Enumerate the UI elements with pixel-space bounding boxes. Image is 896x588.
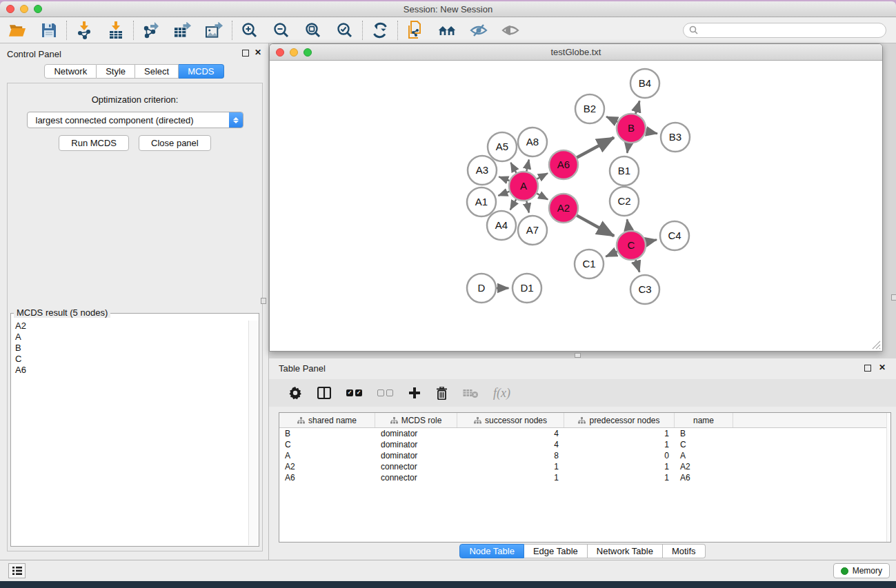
tab-edge-table[interactable]: Edge Table xyxy=(524,544,588,558)
graph-edge-A-A8[interactable] xyxy=(526,159,529,172)
hide-graphics-details-icon[interactable] xyxy=(470,22,488,39)
network-minimize-button[interactable] xyxy=(290,48,298,57)
import-network-from-file-icon[interactable] xyxy=(75,22,93,39)
table-row[interactable]: Bdominator41B xyxy=(279,428,890,439)
search-field[interactable] xyxy=(683,23,886,38)
deselect-all-checks-icon[interactable] xyxy=(377,384,393,402)
result-list-item[interactable]: A xyxy=(12,332,248,343)
cell-mcds-role[interactable]: connector xyxy=(375,473,457,483)
column-header-successor-nodes[interactable]: successor nodes xyxy=(457,413,564,427)
graph-edge-A-A1[interactable] xyxy=(498,191,510,195)
result-list-item[interactable]: A2 xyxy=(12,321,248,332)
column-header-predecessor-nodes[interactable]: predecessor nodes xyxy=(564,413,675,427)
result-list-item[interactable]: B xyxy=(12,343,248,354)
float-table-panel-icon[interactable] xyxy=(864,365,871,372)
close-table-panel-icon[interactable]: ✕ xyxy=(879,363,886,372)
export-network-icon[interactable] xyxy=(142,22,160,39)
close-window-button[interactable] xyxy=(6,5,14,13)
search-input[interactable] xyxy=(701,26,880,35)
network-zoom-button[interactable] xyxy=(303,48,312,57)
open-file-icon[interactable] xyxy=(8,22,26,39)
export-table-icon[interactable] xyxy=(174,22,192,39)
node-table[interactable]: shared nameMCDS rolesuccessor nodesprede… xyxy=(279,412,891,543)
save-session-icon[interactable] xyxy=(40,22,58,39)
splitter-grip[interactable] xyxy=(261,298,266,304)
show-graphics-details-icon[interactable] xyxy=(501,22,519,39)
table-row[interactable]: A6connector11A6 xyxy=(279,472,890,483)
zoom-window-button[interactable] xyxy=(34,5,42,13)
mcds-result-list[interactable]: A2ABCA6 xyxy=(12,321,248,545)
network-view-window[interactable]: testGlobe.txt B4B2BB3A8A5A6A3B1AA1C2A2A4… xyxy=(269,43,883,352)
network-canvas[interactable]: B4B2BB3A8A5A6A3B1AA1C2A2A4A7C4CC1C3DD1 xyxy=(270,61,882,351)
cell-mcds-role[interactable]: connector xyxy=(375,462,457,472)
zoom-fit-content-icon[interactable] xyxy=(304,22,322,39)
splitter-grip[interactable] xyxy=(891,294,896,301)
graph-edge-A2-C[interactable] xyxy=(576,215,614,236)
cell-successor-nodes[interactable]: 1 xyxy=(457,462,564,472)
minimize-window-button[interactable] xyxy=(20,5,28,13)
graph-edge-C-C4[interactable] xyxy=(645,240,657,243)
settings-gear-icon[interactable] xyxy=(288,384,302,402)
cell-shared-name[interactable]: A6 xyxy=(279,473,375,483)
memory-button[interactable]: Memory xyxy=(833,563,890,578)
zoom-selected-icon[interactable] xyxy=(336,22,354,39)
graph-edge-C-C3[interactable] xyxy=(635,259,639,272)
close-panel-icon[interactable]: ✕ xyxy=(255,48,261,57)
toggle-columns-icon[interactable] xyxy=(317,384,331,402)
cell-shared-name[interactable]: A2 xyxy=(279,462,375,472)
table-scrollbar[interactable] xyxy=(886,413,890,542)
tab-motifs[interactable]: Motifs xyxy=(663,544,706,558)
graph-edge-A-A5[interactable] xyxy=(510,163,517,174)
cell-mcds-role[interactable]: dominator xyxy=(375,451,457,460)
cell-name[interactable]: B xyxy=(675,429,733,438)
delete-column-icon[interactable] xyxy=(436,384,448,402)
cell-successor-nodes[interactable]: 4 xyxy=(457,429,564,438)
float-panel-icon[interactable] xyxy=(242,50,249,57)
cell-mcds-role[interactable]: dominator xyxy=(375,440,457,449)
network-window-titlebar[interactable]: testGlobe.txt xyxy=(270,44,882,61)
cell-shared-name[interactable]: A xyxy=(279,451,375,460)
import-table-from-file-icon[interactable] xyxy=(107,22,125,39)
graph-edge-A-A7[interactable] xyxy=(526,201,529,213)
apply-preferred-layout-icon[interactable] xyxy=(371,22,389,39)
cell-name[interactable]: A6 xyxy=(675,473,733,483)
function-builder-icon[interactable]: f(x) xyxy=(493,384,510,402)
column-header-mcds-role[interactable]: MCDS role xyxy=(375,413,457,427)
graph-edge-B-B3[interactable] xyxy=(646,131,657,134)
table-row[interactable]: Adominator80A xyxy=(279,450,890,461)
tab-mcds[interactable]: MCDS xyxy=(179,64,223,79)
result-scrollbar[interactable] xyxy=(248,321,259,545)
zoom-out-icon[interactable] xyxy=(272,22,290,39)
show-panels-list-button[interactable] xyxy=(8,563,26,578)
tab-network-table[interactable]: Network Table xyxy=(588,544,663,558)
result-list-item[interactable]: C xyxy=(12,354,248,365)
network-close-button[interactable] xyxy=(276,48,284,57)
run-mcds-button[interactable]: Run MCDS xyxy=(59,135,129,151)
cell-predecessor-nodes[interactable]: 1 xyxy=(564,429,675,438)
criterion-dropdown[interactable]: largest connected component (directed) xyxy=(27,112,243,128)
zoom-in-icon[interactable] xyxy=(241,22,259,39)
graph-edge-B-B4[interactable] xyxy=(635,101,639,114)
cell-successor-nodes[interactable]: 8 xyxy=(457,451,564,460)
clone-network-icon[interactable] xyxy=(406,22,424,39)
tab-select[interactable]: Select xyxy=(135,64,179,79)
cell-predecessor-nodes[interactable]: 1 xyxy=(564,440,675,449)
table-row[interactable]: Cdominator41C xyxy=(279,439,890,450)
table-row[interactable]: A2connector11A2 xyxy=(279,461,890,472)
cell-successor-nodes[interactable]: 4 xyxy=(457,440,564,449)
graph-edge-C-C1[interactable] xyxy=(606,251,617,256)
cell-predecessor-nodes[interactable]: 1 xyxy=(564,473,675,483)
add-column-icon[interactable] xyxy=(408,384,421,402)
splitter-grip[interactable] xyxy=(575,353,581,358)
delete-table-icon[interactable] xyxy=(463,384,478,402)
graph-edge-A-A6[interactable] xyxy=(537,173,548,179)
column-header-name[interactable]: name xyxy=(675,413,733,427)
result-list-item[interactable]: A6 xyxy=(12,365,248,376)
column-header-shared-name[interactable]: shared name xyxy=(279,413,375,427)
graph-edge-A-A2[interactable] xyxy=(536,193,548,199)
export-image-icon[interactable] xyxy=(206,22,223,39)
graph-edge-B-B1[interactable] xyxy=(627,143,628,153)
tab-node-table[interactable]: Node Table xyxy=(459,544,524,558)
graph-edge-B-B2[interactable] xyxy=(606,116,618,122)
tab-network[interactable]: Network xyxy=(44,64,97,79)
